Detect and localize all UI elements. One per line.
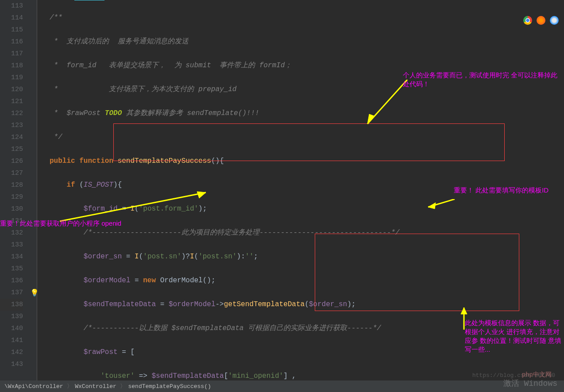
arrow-icon	[426, 199, 457, 212]
annotation-3: 重要！ 此处需要填写你的模板ID	[454, 186, 560, 195]
breadcrumb-bar[interactable]: \WxApi\Controller〉 WxController〉 sendTem…	[0, 380, 564, 392]
breadcrumb-item[interactable]: \WxApi\Controller	[4, 383, 63, 390]
comment: * 支付场景下，为本次支付的 prepay_id	[50, 85, 236, 93]
svg-line-0	[367, 80, 407, 124]
comment: /**	[50, 14, 62, 22]
svg-marker-7	[461, 307, 467, 314]
annotation-4: 此处为模板信息的展示 数据，可根据个人业火 进行填充，注意对应参 数的位置！测试…	[465, 319, 562, 354]
windows-activation-watermark: 激活 Windows	[503, 380, 557, 388]
svg-marker-5	[428, 203, 436, 209]
fold-column: 💡	[31, 0, 37, 380]
comment: * $rawPost	[50, 109, 105, 117]
breadcrumb-item[interactable]: WxController	[75, 383, 116, 390]
svg-line-2	[60, 192, 206, 221]
svg-marker-1	[367, 114, 374, 124]
breadcrumb-item[interactable]: sendTemplatePaySuccess()	[128, 383, 211, 390]
comment: * 支付成功后的 服务号通知消息的发送	[50, 38, 189, 46]
annotation-1: 个人的业务需要而已，测试使用时完 全可以注释掉此处代码！	[403, 71, 562, 88]
svg-marker-3	[197, 192, 206, 198]
php-watermark: php中文网	[522, 371, 552, 379]
comment: */	[50, 133, 62, 141]
annotation-2: 重要！此处需要获取用户的小程序 openid	[0, 219, 177, 228]
todo: TODO	[105, 109, 122, 117]
line-number-gutter: 1131141151161171181191201211221231241251…	[0, 0, 31, 380]
comment: * form_id 表单提交场景下， 为 submit 事件带上的 formId…	[50, 61, 292, 69]
